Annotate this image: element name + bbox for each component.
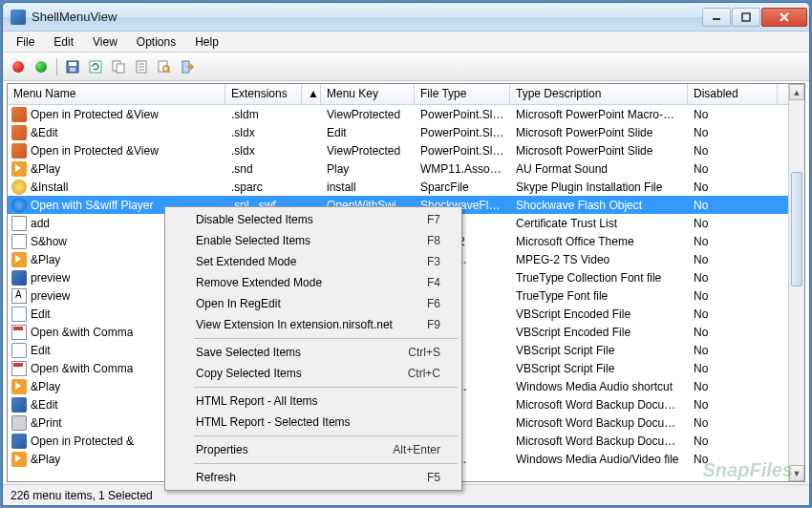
- context-menu-item[interactable]: Open In RegEditF6: [167, 293, 459, 314]
- context-menu-item[interactable]: HTML Report - Selected Items: [167, 412, 459, 433]
- row-icon: [11, 307, 27, 322]
- row-icon: [11, 107, 27, 122]
- find-button[interactable]: [155, 57, 174, 76]
- row-icon: [11, 415, 27, 431]
- cell-disabled: No: [688, 415, 778, 431]
- row-icon: [11, 452, 27, 467]
- cell-menu-name: Open in Protected &View: [31, 108, 159, 121]
- cell-menu-name: preview: [31, 271, 70, 285]
- window-title: ShellMenuView: [32, 10, 702, 24]
- context-menu-item[interactable]: Save Selected ItemsCtrl+S: [167, 342, 459, 363]
- close-icon: [779, 11, 790, 23]
- cell-menu-name: add: [31, 217, 50, 230]
- cell-menu-name: &Install: [31, 180, 68, 194]
- table-row[interactable]: &Edit.sldxEditPowerPoint.Sli...Microsoft…: [8, 123, 804, 141]
- properties-button[interactable]: [132, 57, 151, 76]
- table-row[interactable]: Open in Protected &View.sldxViewProtecte…: [8, 141, 804, 159]
- cell-menu-name: &Play: [31, 380, 60, 393]
- svg-rect-1: [742, 13, 750, 21]
- row-icon: [11, 198, 27, 213]
- cell-type-desc: Shockwave Flash Object: [510, 198, 688, 213]
- menu-separator: [194, 387, 458, 388]
- cell-disabled: No: [688, 125, 778, 140]
- col-file-type[interactable]: File Type: [415, 84, 510, 104]
- col-menu-key[interactable]: Menu Key: [321, 84, 415, 104]
- row-icon: [11, 216, 27, 231]
- context-menu-item[interactable]: Disable Selected ItemsF7: [167, 209, 459, 230]
- row-icon: [11, 270, 27, 286]
- vertical-scrollbar[interactable]: ▲ ▼: [788, 84, 804, 481]
- table-row[interactable]: &Install.sparcinstallSparcFileSkype Plug…: [8, 178, 804, 196]
- col-extensions[interactable]: Extensions: [225, 84, 302, 104]
- row-icon: [11, 161, 27, 177]
- svg-rect-9: [117, 64, 124, 73]
- find-icon: [157, 59, 172, 74]
- menu-item-shortcut: Ctrl+S: [408, 346, 440, 359]
- enable-button[interactable]: [32, 57, 51, 76]
- menu-help[interactable]: Help: [185, 33, 228, 51]
- col-sort-indicator[interactable]: ▲: [302, 84, 321, 104]
- disable-button[interactable]: [9, 57, 28, 76]
- row-icon: [11, 125, 27, 140]
- title-bar[interactable]: ShellMenuView: [3, 3, 809, 32]
- col-menu-name[interactable]: Menu Name: [8, 84, 225, 104]
- menu-item-shortcut: Alt+Enter: [393, 443, 440, 456]
- cell-menu-key: ViewProtected: [321, 107, 415, 122]
- cell-disabled: No: [688, 361, 778, 376]
- minimize-button[interactable]: [702, 8, 731, 27]
- cell-extensions: .sparc: [225, 180, 302, 195]
- close-button[interactable]: [761, 8, 807, 27]
- menu-item-label: HTML Report - All Items: [196, 394, 440, 408]
- cell-disabled: No: [688, 325, 778, 340]
- cell-type-desc: MPEG-2 TS Video: [510, 252, 688, 267]
- refresh-button[interactable]: [86, 57, 105, 76]
- exit-button[interactable]: [178, 57, 197, 76]
- cell-menu-name: Open &with Comma: [31, 326, 133, 339]
- cell-disabled: No: [688, 397, 778, 413]
- cell-menu-key: Edit: [321, 125, 415, 140]
- context-menu-item[interactable]: View Extension In extension.nirsoft.netF…: [167, 314, 459, 335]
- context-menu-item[interactable]: Enable Selected ItemsF8: [167, 230, 459, 251]
- toolbar-separator: [56, 58, 57, 75]
- col-type-desc[interactable]: Type Description: [510, 84, 688, 104]
- save-button[interactable]: [63, 57, 82, 76]
- menu-options[interactable]: Options: [127, 33, 185, 51]
- cell-type-desc: Microsoft PowerPoint Slide: [510, 143, 688, 159]
- maximize-button[interactable]: [732, 8, 760, 27]
- menu-view[interactable]: View: [83, 33, 127, 51]
- menu-edit[interactable]: Edit: [44, 33, 83, 51]
- cell-file-type: SparcFile: [415, 180, 510, 195]
- context-menu-item[interactable]: Remove Extended ModeF4: [167, 272, 459, 293]
- cell-disabled: No: [688, 343, 778, 358]
- app-icon: [11, 10, 26, 25]
- cell-type-desc: Windows Media Audio/Video file: [510, 452, 688, 467]
- cell-type-desc: Certificate Trust List: [510, 216, 688, 231]
- col-disabled[interactable]: Disabled: [688, 84, 778, 104]
- context-menu-item[interactable]: HTML Report - All Items: [167, 391, 459, 412]
- menu-item-shortcut: F9: [427, 318, 440, 331]
- copy-button[interactable]: [109, 57, 128, 76]
- scroll-down-button[interactable]: ▼: [789, 465, 804, 481]
- status-text: 226 menu items, 1 Selected: [11, 489, 153, 502]
- cell-disabled: No: [688, 161, 778, 177]
- cell-menu-name: Edit: [31, 307, 51, 321]
- row-icon: [11, 234, 27, 249]
- menu-item-label: Set Extended Mode: [196, 255, 427, 268]
- row-icon: [11, 252, 27, 267]
- cell-disabled: No: [688, 434, 778, 449]
- cell-menu-name: &Edit: [31, 126, 58, 139]
- table-row[interactable]: Open in Protected &View.sldmViewProtecte…: [8, 105, 804, 123]
- menu-file[interactable]: File: [7, 33, 44, 51]
- cell-menu-name: preview: [31, 289, 70, 303]
- scroll-up-button[interactable]: ▲: [789, 84, 804, 100]
- context-menu-item[interactable]: Copy Selected ItemsCtrl+C: [167, 363, 459, 384]
- table-row[interactable]: &Play.sndPlayWMP11.AssocFil...AU Format …: [8, 159, 804, 178]
- context-menu-item[interactable]: PropertiesAlt+Enter: [167, 439, 459, 460]
- cell-type-desc: Skype Plugin Installation File: [510, 180, 688, 195]
- context-menu-item[interactable]: RefreshF5: [167, 467, 459, 488]
- scroll-thumb[interactable]: [791, 172, 802, 286]
- cell-type-desc: Microsoft PowerPoint Macro-En...: [510, 107, 688, 122]
- menu-item-shortcut: F4: [427, 276, 440, 289]
- green-dot-icon: [35, 61, 47, 73]
- context-menu-item[interactable]: Set Extended ModeF3: [167, 251, 459, 272]
